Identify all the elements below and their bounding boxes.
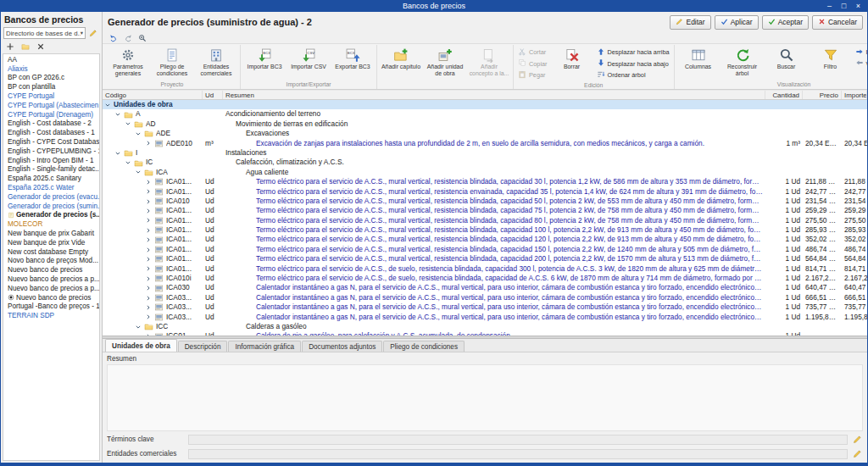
- unit-row[interactable]: ICA03...UdCalentador instantáneo a gas N…: [103, 302, 867, 312]
- tab-descripcion[interactable]: Descripción: [178, 341, 228, 352]
- unit-row[interactable]: ICA030UdCalentador instantáneo a gas N, …: [103, 283, 867, 292]
- chapter-row[interactable]: ICAAgua caliente: [103, 168, 867, 177]
- anadir-capitulo-button[interactable]: Añadir capítulo: [379, 45, 423, 80]
- column-header-resumen[interactable]: Resumen: [223, 91, 765, 99]
- sidebar-item-english-cost-databases-1[interactable]: English - Cost databases - 1: [3, 128, 99, 137]
- database-directory-select[interactable]: Directorio de bases de d... ▾: [3, 27, 86, 39]
- sidebar-item-nuevo-banco-de-precios-a-p[interactable]: Nuevo banco de precios a p...: [3, 284, 99, 293]
- sidebar-item-new-banque-de-prix-gabarit[interactable]: New banque de prix Gabarit: [3, 229, 99, 238]
- sidebar-item-bp-con-gp-2026-c[interactable]: BP con GP 2026.c: [3, 74, 99, 83]
- unit-row[interactable]: ICA01...UdTermo eléctrico para el servic…: [103, 264, 867, 274]
- undo-icon[interactable]: [107, 33, 120, 43]
- unit-row[interactable]: ICA01...UdTermo eléctrico para el servic…: [103, 235, 867, 244]
- chapter-row[interactable]: ICCalefacción, climatización y A.C.S.: [103, 158, 867, 167]
- sidebar-item-nuevo-banco-de-precios[interactable]: Nuevo banco de precios: [3, 265, 99, 275]
- redo-icon[interactable]: [121, 33, 134, 43]
- collapse-icon[interactable]: [104, 102, 112, 108]
- expand-icon[interactable]: [145, 179, 153, 186]
- tab-unidades-de-obra[interactable]: Unidades de obra: [105, 339, 177, 352]
- add-database-button[interactable]: [4, 42, 16, 52]
- resumen-field[interactable]: [107, 364, 863, 431]
- volver-al-uso-button[interactable]: Volver al uso: [853, 58, 867, 70]
- sidebar-item-english-single-family-detac[interactable]: English - Single-family detac...: [3, 165, 99, 175]
- unit-row[interactable]: ICA01...UdTermo eléctrico para el servic…: [103, 177, 867, 186]
- expand-icon[interactable]: [145, 217, 153, 224]
- entities-field[interactable]: [188, 449, 848, 459]
- sidebar-item-aa[interactable]: AA: [3, 55, 99, 64]
- tab-pliego-de-condiciones[interactable]: Pliego de condiciones: [383, 341, 465, 352]
- minimize-icon[interactable]: –: [822, 0, 837, 11]
- expand-icon[interactable]: [145, 198, 153, 205]
- unit-row[interactable]: ICA01...UdTermo eléctrico para el servic…: [103, 206, 867, 215]
- sidebar-item-espana-2025-c-sanitary[interactable]: España 2025.c Sanitary: [3, 174, 99, 183]
- maximize-icon[interactable]: □: [837, 0, 851, 11]
- chapter-row[interactable]: AAcondicionamiento del terreno: [103, 109, 867, 119]
- unit-row[interactable]: ICA01...UdTermo eléctrico para el servic…: [103, 225, 867, 235]
- unit-row[interactable]: ICA03...UdCalentador instantáneo a gas N…: [103, 293, 867, 302]
- tab-informacion-grafica[interactable]: Información gráfica: [228, 341, 301, 352]
- unit-row[interactable]: ICA01...UdTermo eléctrico para el servic…: [103, 216, 867, 225]
- expand-icon[interactable]: [145, 265, 153, 272]
- unit-row[interactable]: ICA03...UdCalentador instantáneo a gas N…: [103, 313, 867, 322]
- collapse-icon[interactable]: [135, 130, 142, 137]
- sidebar-item-english-intro-open-bim-1[interactable]: English - Intro Open BIM - 1: [3, 156, 99, 165]
- unit-row[interactable]: ADE010m³Excavación de zanjas para instal…: [103, 139, 867, 148]
- sidebar-item-generador-de-precios-s[interactable]: Generador de precios (s...: [3, 211, 99, 220]
- edit-keywords-icon[interactable]: [851, 434, 863, 446]
- expand-icon[interactable]: [145, 188, 153, 195]
- expand-icon[interactable]: [145, 236, 153, 243]
- importar-csv-button[interactable]: CSVImportar CSV: [287, 45, 331, 80]
- ir-a-la-definicion-button[interactable]: Ir a la definición: [853, 47, 867, 58]
- anadir-unidad-de-obra-button[interactable]: Añadir unidad de obra: [423, 45, 467, 80]
- unit-row[interactable]: ICA010UdTermo eléctrico para el servicio…: [103, 197, 867, 206]
- edit-directory-icon[interactable]: [87, 27, 99, 39]
- columnas-button[interactable]: Columnas: [676, 45, 721, 80]
- collapse-icon[interactable]: [125, 159, 132, 166]
- reconstruir-arbol-button[interactable]: Reconstruir árbol: [721, 45, 765, 80]
- aceptar-button[interactable]: Aceptar: [762, 15, 809, 30]
- open-database-button[interactable]: [19, 42, 31, 52]
- keywords-field[interactable]: [188, 435, 848, 445]
- sidebar-item-nuevo-banco-de-precios[interactable]: Nuevo banco de precios: [3, 293, 99, 302]
- expand-icon[interactable]: [145, 295, 153, 302]
- edit-button[interactable]: Editar: [670, 15, 710, 30]
- sidebar-item-generador-de-precios-evacu[interactable]: Generador de precios (evacu...: [3, 192, 99, 202]
- expand-icon[interactable]: [145, 275, 153, 282]
- column-header-ud[interactable]: Ud: [203, 91, 223, 99]
- tab-documentos-adjuntos[interactable]: Documentos adjuntos: [302, 341, 382, 352]
- sidebar-item-cype-portugal[interactable]: CYPE Portugal: [3, 92, 99, 101]
- expand-icon[interactable]: [145, 227, 153, 234]
- sidebar-item-new-banque-de-prix-vide[interactable]: New banque de prix Vide: [3, 238, 99, 247]
- column-header-cantidad[interactable]: Cantidad: [765, 91, 803, 99]
- filtro-button[interactable]: Filtro: [809, 45, 853, 80]
- importar-bc3-button[interactable]: BC3Importar BC3: [242, 45, 287, 80]
- delete-database-button[interactable]: [35, 42, 47, 52]
- sidebar-item-aliaxis[interactable]: Aliaxis: [3, 64, 99, 74]
- sidebar-item-portugal-banco-de-precos-1[interactable]: Portugal -Banco de preços - 1: [3, 302, 99, 312]
- parametros-generales-button[interactable]: Parámetros generales: [106, 45, 150, 80]
- borrar-button[interactable]: Borrar: [550, 45, 594, 81]
- sidebar-item-espana-2025-c-water[interactable]: España 2025.c Water: [3, 183, 99, 192]
- close-icon[interactable]: ×: [851, 0, 865, 11]
- sidebar-item-new-cost-database-empty[interactable]: New cost database Empty: [3, 247, 99, 257]
- collapse-icon[interactable]: [114, 150, 122, 157]
- sidebar-item-terrain-sdp[interactable]: TERRAIN SDP: [3, 311, 99, 320]
- sidebar-item-novo-banco-de-precos-mod[interactable]: Novo banco de preços Mod...: [3, 257, 99, 266]
- unit-row[interactable]: ICA01...UdTermo eléctrico para el servic…: [103, 254, 867, 264]
- expand-icon[interactable]: [145, 313, 153, 320]
- buscar-button[interactable]: Buscar: [765, 45, 809, 80]
- collapse-icon[interactable]: [125, 120, 132, 127]
- sidebar-item-english-cypeplumbing-1[interactable]: English - CYPEPLUMBING - 1: [3, 147, 99, 156]
- chapter-row[interactable]: ADEExcavaciones: [103, 129, 867, 138]
- collapse-icon[interactable]: [135, 324, 142, 330]
- entidades-comerciales-button[interactable]: Entidades comerciales: [194, 45, 238, 80]
- ordenar-arbol-button[interactable]: Ordenar árbol: [594, 69, 672, 81]
- zoom-icon[interactable]: [136, 33, 148, 43]
- desplazar-hacia-arriba-button[interactable]: Desplazar hacia arriba: [594, 47, 672, 58]
- sidebar-item-molecor[interactable]: MOLECOR: [3, 219, 99, 229]
- expand-icon[interactable]: [145, 140, 153, 147]
- sidebar-item-cype-portugal-abastecimen[interactable]: CYPE Portugal (Abastecimen...: [3, 101, 99, 110]
- sidebar-item-nuevo-banco-de-precios-a-p[interactable]: Nuevo banco de precios a p...: [3, 275, 99, 284]
- chapter-row[interactable]: IInstalaciones: [103, 148, 867, 158]
- expand-icon[interactable]: [145, 304, 153, 311]
